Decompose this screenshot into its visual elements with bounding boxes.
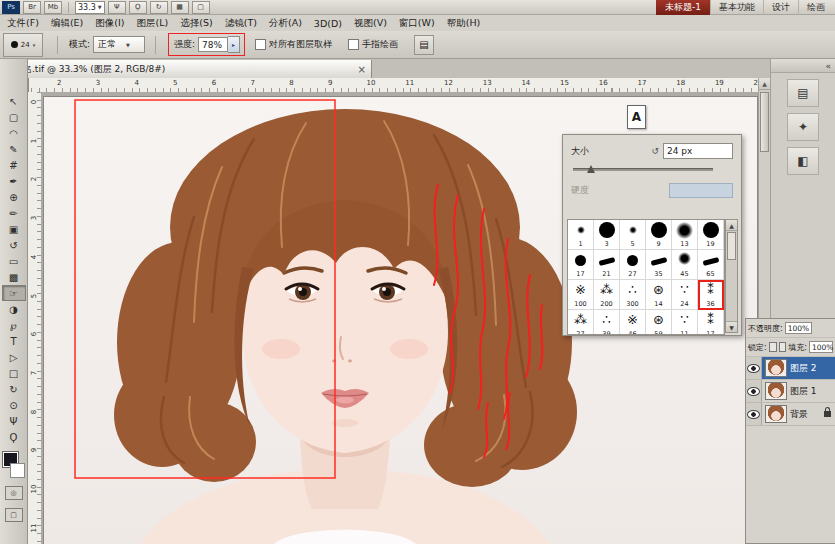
history-panel-button[interactable]: ▤ — [787, 79, 819, 107]
brush-preset-35[interactable]: 35 — [646, 250, 672, 280]
crop-tool[interactable]: # — [2, 157, 26, 173]
menu-item-6[interactable]: 滤镜(T) — [219, 17, 263, 30]
menu-item-3[interactable]: 图像(I) — [89, 17, 130, 30]
layer-row-图层 1[interactable]: 图层 1 — [746, 380, 835, 403]
vertical-ruler[interactable]: 01234567891011 — [28, 92, 42, 544]
scrollbar-thumb[interactable] — [760, 92, 769, 152]
brush-preset-9[interactable]: 9 — [646, 220, 672, 250]
brush-preset-27[interactable]: 27 — [620, 250, 646, 280]
shape-tool[interactable]: □ — [2, 365, 26, 381]
lasso-tool[interactable]: ◠ — [2, 125, 26, 141]
brush-preset-65[interactable]: 65 — [698, 250, 724, 280]
brush-preset-19[interactable]: 19 — [698, 220, 724, 250]
workspace-2[interactable]: 设计 — [763, 0, 798, 15]
layer-thumbnail[interactable] — [765, 405, 787, 423]
brush-preset-11[interactable]: ∵11 — [672, 310, 698, 335]
brush-preset-21[interactable]: 21 — [594, 250, 620, 280]
lock-all-icon[interactable] — [779, 342, 787, 352]
gradient-tool[interactable]: ▩ — [2, 269, 26, 285]
fill-input[interactable]: 100% — [809, 341, 833, 353]
finger-painting-checkbox[interactable] — [348, 39, 359, 50]
brush-preset-45[interactable]: 45 — [672, 250, 698, 280]
tool-preset-picker[interactable]: 24 ▾ — [3, 33, 43, 57]
screen-mode-icon[interactable]: ▢ — [192, 1, 210, 14]
visibility-cell[interactable] — [746, 357, 762, 379]
visibility-cell[interactable] — [746, 380, 762, 402]
document-tab[interactable]: 未命名.tif @ 33.3% (图层 2, RGB/8#) × — [0, 60, 372, 78]
document-title-tab[interactable]: 未标题-1 — [656, 0, 710, 15]
arrange-documents-icon[interactable]: ▦ — [171, 1, 189, 14]
brush-preset-36[interactable]: ⁑36 — [698, 280, 724, 310]
clone-stamp-tool[interactable]: ▣ — [2, 221, 26, 237]
screen-mode-button[interactable]: ▢ — [5, 508, 23, 522]
toggle-brushes-panel-button[interactable]: ▤ — [414, 35, 434, 55]
zoom-tool[interactable]: Ϙ — [2, 429, 26, 445]
rotate-view-icon[interactable]: ↻ — [150, 1, 168, 14]
menu-item-7[interactable]: 分析(A) — [263, 17, 308, 30]
brush-grid-scrollbar[interactable]: ▲ ▼ — [725, 219, 738, 333]
hand-tool-icon[interactable]: Ψ — [108, 1, 126, 14]
path-select-tool[interactable]: ▷ — [2, 349, 26, 365]
quick-select-tool[interactable]: ✎ — [2, 141, 26, 157]
collapse-dock-icon[interactable]: « — [825, 61, 831, 71]
close-icon[interactable]: × — [358, 64, 366, 75]
move-tool[interactable]: ↖ — [2, 93, 26, 109]
brush-preset-27[interactable]: ⁂27 — [568, 310, 594, 335]
layer-thumbnail[interactable] — [765, 382, 787, 400]
brush-preset-14[interactable]: ⊛14 — [646, 280, 672, 310]
brush-preset-5[interactable]: 5 — [620, 220, 646, 250]
history-brush-tool[interactable]: ↺ — [2, 237, 26, 253]
zoom-level-input[interactable]: 33.3 ▼ — [75, 1, 105, 14]
brush-preset-13[interactable]: 13 — [672, 220, 698, 250]
reset-size-icon[interactable]: ↺ — [651, 146, 659, 156]
visibility-cell[interactable] — [746, 403, 762, 425]
brush-preset-17[interactable]: ⁑17 — [698, 310, 724, 335]
brush-preset-300[interactable]: ∴300 — [620, 280, 646, 310]
3d-rotate-tool[interactable]: ↻ — [2, 381, 26, 397]
brush-preset-17[interactable]: 17 — [568, 250, 594, 280]
workspace-1[interactable]: 基本功能 — [710, 0, 763, 15]
eye-icon[interactable] — [747, 364, 760, 373]
healing-brush-tool[interactable]: ⊕ — [2, 189, 26, 205]
pen-tool[interactable]: ℘ — [2, 317, 26, 333]
3d-orbit-tool[interactable]: ⊙ — [2, 397, 26, 413]
slider-thumb[interactable] — [587, 165, 595, 173]
layer-row-图层 2[interactable]: 图层 2 — [746, 357, 835, 380]
brush-size-input[interactable]: 24 px — [663, 143, 733, 159]
brush-tool[interactable]: ✏ — [2, 205, 26, 221]
hand-tool[interactable]: Ψ — [2, 413, 26, 429]
brush-preset-3[interactable]: 3 — [594, 220, 620, 250]
adjustments-panel-button[interactable]: ◧ — [787, 147, 819, 175]
sample-all-layers-option[interactable]: 对所有图层取样 — [255, 38, 332, 51]
dodge-tool[interactable]: ◑ — [2, 301, 26, 317]
quick-mask-button[interactable]: ◎ — [5, 486, 23, 500]
photoshop-logo-icon[interactable]: Ps — [2, 1, 20, 14]
smudge-tool[interactable]: ☞ — [2, 285, 26, 301]
menu-item-4[interactable]: 图层(L) — [131, 17, 175, 30]
marquee-tool[interactable]: ▢ — [2, 109, 26, 125]
mode-dropdown[interactable]: 正常 ▼ — [93, 36, 145, 53]
eye-icon[interactable] — [747, 410, 760, 419]
eyedropper-tool[interactable]: ✒ — [2, 173, 26, 189]
horizontal-ruler[interactable]: 234567891011121314151617181920 — [28, 78, 759, 93]
brush-preset-200[interactable]: ⁂200 — [594, 280, 620, 310]
layer-row-背景[interactable]: 背景 — [746, 403, 835, 426]
eye-icon[interactable] — [747, 387, 760, 396]
strength-input[interactable]: 78% — [198, 37, 228, 52]
workspace-3[interactable]: 绘画 — [798, 0, 833, 15]
menu-item-8[interactable]: 3D(D) — [308, 18, 348, 29]
scroll-down-icon[interactable]: ▼ — [726, 321, 737, 332]
mini-bridge-icon[interactable]: Mb — [44, 1, 62, 14]
brush-size-slider[interactable] — [573, 165, 713, 174]
menu-item-5[interactable]: 选择(S) — [174, 17, 218, 30]
brush-preset-100[interactable]: ※100 — [568, 280, 594, 310]
eraser-tool[interactable]: ▭ — [2, 253, 26, 269]
strength-slider-button[interactable]: ▸ — [228, 36, 240, 53]
background-color-swatch[interactable] — [10, 463, 25, 478]
menu-item-2[interactable]: 编辑(E) — [45, 17, 89, 30]
menu-item-1[interactable]: 文件(F) — [1, 17, 45, 30]
zoom-tool-icon[interactable]: Ϙ — [129, 1, 147, 14]
scroll-up-icon[interactable]: ▲ — [759, 78, 770, 90]
opacity-input[interactable]: 100% — [785, 322, 812, 334]
menu-item-11[interactable]: 帮助(H) — [441, 17, 487, 30]
